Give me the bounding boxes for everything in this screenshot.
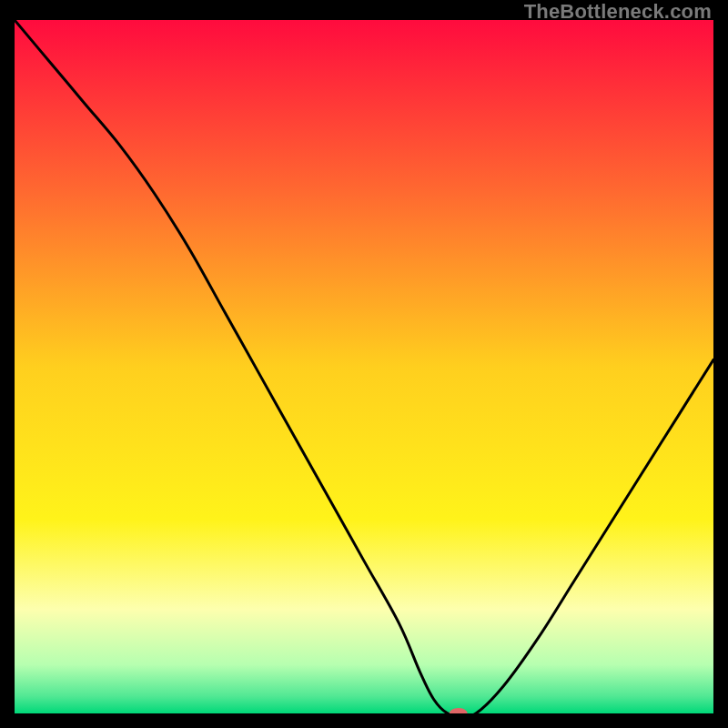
gradient-background <box>15 20 713 713</box>
chart-frame: TheBottleneck.com <box>0 0 728 728</box>
bottleneck-chart <box>15 20 713 713</box>
